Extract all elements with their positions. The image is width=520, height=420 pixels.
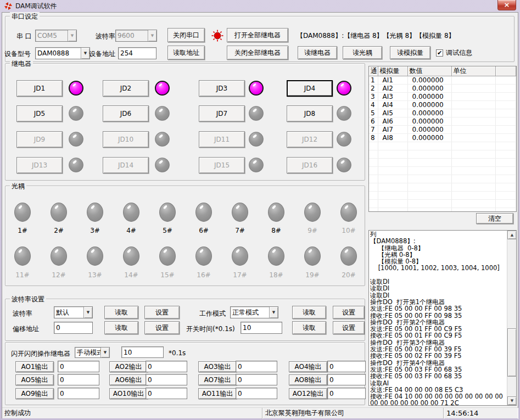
- opto-led-9: [304, 203, 321, 222]
- relay-button-jd1[interactable]: JD1: [16, 80, 63, 97]
- ao-output-input-2[interactable]: [146, 361, 187, 372]
- debug-info-checkbox[interactable]: ✔ 调试信息: [436, 48, 472, 58]
- read-opto-button[interactable]: 读光耦: [343, 46, 382, 59]
- opto-led-12: [51, 247, 67, 266]
- chevron-down-icon[interactable]: ▼: [100, 348, 109, 357]
- baud-setting-combo[interactable]: 默认 ▼: [54, 306, 93, 318]
- flash-mode-combo[interactable]: 手动模式 ▼: [75, 347, 110, 358]
- scrollbar-thumb[interactable]: [507, 328, 517, 377]
- ao-output-button-4[interactable]: AO4输出: [289, 361, 327, 372]
- analog-row-1[interactable]: 1AI10.000000: [369, 76, 516, 85]
- ao-output-button-7[interactable]: AO7输出: [198, 374, 237, 385]
- relay-button-jd3[interactable]: JD3: [199, 80, 245, 97]
- ao-output-input-1[interactable]: [58, 361, 99, 372]
- scroll-down-icon[interactable]: ▼: [507, 396, 517, 405]
- analog-col-header-0[interactable]: 通: [369, 66, 378, 76]
- model-combo[interactable]: DAM0888 ▼: [35, 47, 90, 59]
- log-scrollbar[interactable]: ▲ ▼: [507, 231, 516, 405]
- read-analog-button[interactable]: 读模拟量: [390, 46, 430, 59]
- ao-output-button-1[interactable]: AO1输出: [15, 361, 54, 372]
- port-combo: COM5 ▼: [35, 30, 77, 42]
- analog-col-header-3[interactable]: 单位: [451, 66, 495, 76]
- relay-button-jd8[interactable]: JD8: [287, 105, 333, 122]
- analog-col-header-1[interactable]: 模拟量: [378, 66, 407, 76]
- analog-row-3[interactable]: 3AI30.000000: [369, 93, 516, 101]
- offset-address-label: 偏移地址: [13, 324, 39, 334]
- analog-table[interactable]: 通模拟量数值单位 1AI10.0000002AI20.0000003AI30.0…: [368, 66, 517, 212]
- baud-read-button[interactable]: 读取: [104, 306, 138, 319]
- ao-output-input-3[interactable]: [236, 361, 277, 372]
- checkbox-check-icon: ✔: [436, 49, 443, 57]
- relay-led-jd9-off: [69, 132, 83, 147]
- scroll-up-icon[interactable]: ▲: [507, 231, 517, 239]
- analog-row-5[interactable]: 5AI50.000000: [369, 109, 516, 117]
- analog-row-8[interactable]: 8AI80.000000: [369, 134, 516, 142]
- baud-set-button[interactable]: 设置: [144, 306, 180, 319]
- analog-col-header-4[interactable]: [495, 66, 516, 76]
- close-button[interactable]: ×: [497, 0, 516, 10]
- relay-button-jd2[interactable]: JD2: [103, 80, 149, 97]
- relay-button-jd4[interactable]: JD4: [287, 80, 333, 97]
- chevron-down-icon[interactable]: ▼: [83, 307, 92, 318]
- relay-led-jd10-off: [155, 132, 170, 147]
- close-all-relays-button[interactable]: 关闭全部继电器: [227, 46, 288, 60]
- device-address-input[interactable]: [118, 47, 156, 59]
- read-address-button[interactable]: 读取地址: [167, 46, 205, 60]
- relay-group-title: 继电器: [10, 59, 33, 69]
- ao-output-button-11[interactable]: AO11输出: [198, 388, 237, 399]
- ao-output-input-6[interactable]: [146, 374, 187, 385]
- ao-output-button-2[interactable]: AO2输出: [109, 361, 148, 372]
- switch-time-read-button[interactable]: 读取: [292, 321, 326, 334]
- relay-led-jd8-off: [337, 106, 351, 121]
- offset-read-button[interactable]: 读取: [104, 321, 138, 334]
- analog-row-2[interactable]: 2AI20.000000: [369, 85, 516, 93]
- offset-address-input[interactable]: [54, 322, 93, 334]
- open-all-relays-button[interactable]: 打开全部继电器: [227, 28, 288, 42]
- ao-output-input-4[interactable]: [327, 361, 366, 372]
- close-port-button[interactable]: 关闭串口: [167, 28, 205, 42]
- analog-row-6[interactable]: 6AI60.000000: [369, 117, 516, 126]
- ao-output-input-8[interactable]: [327, 374, 366, 385]
- ao-output-button-8[interactable]: AO8输出: [289, 374, 327, 385]
- opto-led-14: [123, 247, 139, 266]
- ao-output-input-10[interactable]: [146, 388, 187, 399]
- opto-led-6: [195, 203, 212, 222]
- analog-row-4[interactable]: 4AI40.000000: [369, 101, 516, 109]
- ao-output-button-5[interactable]: AO5输出: [15, 374, 54, 385]
- ao-output-button-10[interactable]: AO10输出: [109, 388, 148, 399]
- opto-led-16: [195, 247, 212, 266]
- relay-led-jd15-off: [249, 158, 264, 172]
- offset-set-button[interactable]: 设置: [144, 321, 180, 334]
- opto-led-20: [340, 247, 357, 266]
- ao-output-button-3[interactable]: AO3输出: [198, 361, 237, 372]
- relay-led-jd2-on: [155, 81, 170, 96]
- relay-button-jd6[interactable]: JD6: [103, 105, 149, 122]
- chevron-down-icon[interactable]: ▼: [269, 307, 278, 318]
- ao-output-button-6[interactable]: AO6输出: [109, 374, 148, 385]
- analog-col-header-2[interactable]: 数值: [407, 66, 451, 76]
- relay-button-jd7[interactable]: JD7: [199, 105, 245, 122]
- relay-button-jd5[interactable]: JD5: [16, 105, 63, 122]
- read-relay-button[interactable]: 读继电器: [298, 46, 337, 59]
- relay-button-jd14: JD14: [103, 157, 149, 173]
- ao-output-input-9[interactable]: [58, 388, 99, 399]
- ao-output-button-9[interactable]: AO9输出: [15, 388, 54, 399]
- ao-output-input-5[interactable]: [58, 374, 99, 385]
- ao-output-input-12[interactable]: [327, 388, 366, 399]
- analog-row-empty: [369, 159, 516, 167]
- analog-row-7[interactable]: 7AI70.000000: [369, 126, 516, 134]
- switch-time-set-button[interactable]: 设置: [333, 321, 365, 334]
- work-mode-read-button[interactable]: 读取: [292, 306, 326, 319]
- switch-time-input[interactable]: [241, 322, 282, 334]
- chevron-down-icon[interactable]: ▼: [81, 48, 90, 59]
- flash-time-input[interactable]: [121, 346, 164, 358]
- opto-label-9: 9#: [301, 227, 323, 234]
- clear-log-button[interactable]: 清空: [476, 213, 513, 224]
- log-panel[interactable]: 列 【DAM0888】: 【继电器 0-8】 【光耦 0-8】 【模拟量 0-8…: [368, 230, 517, 406]
- relay-button-jd15: JD15: [199, 157, 245, 173]
- work-mode-set-button[interactable]: 设置: [333, 306, 365, 319]
- ao-output-input-11[interactable]: [236, 388, 277, 399]
- ao-output-button-12[interactable]: AO12输出: [289, 388, 327, 399]
- ao-output-input-7[interactable]: [236, 374, 277, 385]
- work-mode-combo[interactable]: 正常模式 ▼: [230, 306, 278, 318]
